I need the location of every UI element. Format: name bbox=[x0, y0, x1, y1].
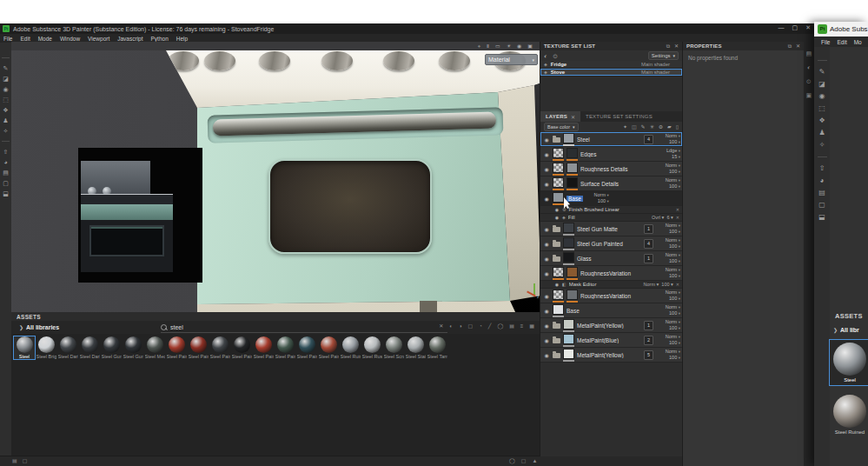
paint-brush-tool-icon[interactable]: ✎ bbox=[3, 65, 9, 71]
menu-item-file[interactable]: File bbox=[821, 39, 830, 45]
filter-filters-icon[interactable]: ◔ bbox=[479, 323, 482, 329]
blend-mode-dropdown[interactable]: Norm ▾ bbox=[657, 252, 680, 258]
camera-settings-dock-icon[interactable]: ⊙ bbox=[806, 78, 812, 84]
axis-gizmo[interactable]: z bbox=[526, 282, 540, 303]
visibility-eye-icon[interactable]: ◉ bbox=[543, 256, 550, 262]
layer-row[interactable]: ◉MetalPaint(Yellow)1Norm ▾100 ▾ bbox=[540, 318, 682, 333]
settings-dropdown[interactable]: Settings ▾ bbox=[648, 51, 679, 60]
layer-thumbnail[interactable] bbox=[553, 267, 564, 280]
visibility-eye-icon[interactable]: ◉ bbox=[554, 215, 560, 220]
blend-opacity-controls[interactable]: Norm ▾100 ▾ bbox=[657, 223, 680, 235]
document-icon[interactable]: ▢ bbox=[818, 202, 825, 209]
clear-search-icon[interactable]: ✕ bbox=[439, 323, 443, 329]
menu-item-help[interactable]: Help bbox=[176, 36, 188, 42]
tab-close-icon[interactable]: ✕ bbox=[571, 114, 575, 120]
layer-thumbnail[interactable] bbox=[563, 223, 574, 236]
menu-item-javascript[interactable]: Javascript bbox=[117, 36, 142, 42]
delete-layer-icon[interactable]: ▯ bbox=[676, 124, 679, 130]
visibility-eye-icon[interactable]: ◉ bbox=[543, 166, 550, 172]
blend-opacity-controls[interactable]: Norm ▾100 ▾ bbox=[657, 290, 680, 302]
material-swatch[interactable]: Steel Paint... bbox=[318, 336, 339, 359]
asset-card[interactable]: Steel bbox=[830, 340, 868, 385]
viewport-canvas[interactable]: Material ▾ z bbox=[11, 50, 540, 312]
add-paint-layer-icon[interactable]: ✎ bbox=[641, 124, 646, 130]
resources-updates-icon[interactable]: ▢ bbox=[23, 458, 28, 463]
opacity-dropdown[interactable]: 100 ▾ bbox=[657, 355, 680, 361]
project-log-icon[interactable]: ▤ bbox=[12, 458, 17, 463]
blend-mode-dropdown[interactable]: Norm ▾ bbox=[657, 237, 680, 243]
material-swatch[interactable]: Steel Rust... bbox=[361, 336, 382, 359]
camera-video-icon[interactable]: ◉ bbox=[517, 43, 521, 49]
tsl-filter-icon[interactable]: ⊙ bbox=[553, 53, 558, 59]
blend-mode-dropdown[interactable]: Norm ▾ bbox=[586, 192, 609, 198]
layer-thumbnail[interactable] bbox=[563, 237, 574, 250]
visibility-eye-icon[interactable]: ◉ bbox=[543, 151, 550, 157]
blend-mode-dropdown[interactable]: Norm ▾ bbox=[657, 177, 680, 183]
blend-opacity-controls[interactable]: Norm ▾100 ▾ bbox=[657, 304, 680, 316]
visibility-eye-icon[interactable]: ◉ bbox=[543, 293, 550, 299]
blend-mode-dropdown[interactable]: Norm ▾ bbox=[657, 334, 680, 340]
panel-close-icon[interactable]: ✕ bbox=[796, 43, 800, 49]
material-swatch[interactable]: Steel Paint... bbox=[253, 336, 274, 359]
blend-mode-dropdown[interactable]: Norm ▾ bbox=[657, 163, 680, 169]
menu-item-edit[interactable]: Edit bbox=[20, 36, 30, 42]
search-input[interactable] bbox=[170, 324, 414, 330]
export-icon[interactable]: ⇧ bbox=[3, 149, 9, 155]
camera-photo-icon[interactable]: ▣ bbox=[527, 43, 533, 49]
material-picker-tool-icon[interactable]: ✧ bbox=[819, 142, 825, 149]
close-button[interactable]: ✕ bbox=[805, 24, 811, 30]
effect-close-icon[interactable]: ✕ bbox=[676, 207, 679, 212]
blend-mode-dropdown[interactable]: Norm ▾ bbox=[657, 319, 680, 325]
library-dropdown[interactable]: ❯ All libraries bbox=[19, 324, 59, 330]
opacity-dropdown[interactable]: 100 ▾ bbox=[657, 243, 680, 250]
opacity-dropdown[interactable]: 100 ▾ bbox=[657, 296, 680, 302]
layer-effect-row[interactable]: ◉◈FillOvrl ▾ 6 ▾✕ bbox=[540, 214, 682, 222]
material-swatch[interactable]: Steel Painted bbox=[166, 336, 187, 359]
materials-icon[interactable]: ◕ bbox=[820, 177, 825, 184]
layer-thumbnail[interactable] bbox=[553, 290, 564, 303]
effect-blend-opacity[interactable]: Ovrl ▾ 6 ▾ bbox=[652, 215, 673, 220]
projection-tool-icon[interactable]: ◉ bbox=[819, 93, 825, 100]
opacity-dropdown[interactable]: 100 ▾ bbox=[657, 310, 680, 316]
layer-row[interactable]: ◉Steel4Norm ▾100 ▾ bbox=[540, 132, 682, 147]
material-swatch[interactable]: Steel Stained bbox=[405, 336, 426, 359]
add-smart-material-icon[interactable]: ✳ bbox=[650, 124, 654, 130]
filter-materials-icon[interactable]: ◐ bbox=[449, 323, 453, 329]
pause-icon[interactable]: Ⅱ bbox=[487, 43, 489, 49]
smudge-tool-icon[interactable]: ❖ bbox=[818, 117, 825, 124]
opacity-dropdown[interactable]: 100 ▾ bbox=[586, 198, 609, 204]
material-swatch[interactable]: Steel Gun... bbox=[101, 336, 122, 359]
visibility-eye-icon[interactable]: ◉ bbox=[543, 337, 550, 343]
layer-thumbnail[interactable] bbox=[567, 177, 578, 190]
grid-view-icon[interactable]: ▦ bbox=[529, 323, 534, 329]
panel-close-icon[interactable]: ✕ bbox=[674, 43, 679, 49]
opacity-dropdown[interactable]: 100 ▾ bbox=[657, 325, 680, 331]
polygon-fill-tool-icon[interactable]: ⬚ bbox=[3, 97, 9, 103]
blend-mode-dropdown[interactable]: Norm ▾ bbox=[657, 267, 680, 273]
material-swatch[interactable]: Steel Ruined bbox=[340, 336, 361, 359]
layer-row[interactable]: ◉RoughnessVariationNorm ▾100 ▾ bbox=[540, 266, 682, 281]
blend-opacity-controls[interactable]: Norm ▾100 ▾ bbox=[586, 192, 609, 204]
panel-float-icon[interactable]: ⧉ bbox=[788, 43, 792, 49]
layer-row[interactable]: ◉Surface DetailsNorm ▾100 ▾ bbox=[540, 176, 682, 191]
eraser-tool-icon[interactable]: ◪ bbox=[3, 76, 9, 82]
filter-brushes-icon[interactable]: ╱ bbox=[488, 323, 492, 329]
add-generator-icon[interactable]: ⚙ bbox=[659, 124, 663, 130]
material-swatch[interactable]: Steel Gun... bbox=[123, 336, 143, 359]
layer-row[interactable]: ◉MetalPaint(Blue)2Norm ▾100 ▾ bbox=[540, 333, 682, 348]
add-mask-icon[interactable]: ✦ bbox=[623, 124, 627, 130]
material-swatch[interactable]: Steel Scrat... bbox=[383, 336, 404, 359]
opacity-dropdown[interactable]: 100 ▾ bbox=[657, 183, 680, 190]
blend-mode-dropdown[interactable]: Norm ▾ bbox=[657, 349, 680, 355]
library-dropdown[interactable]: ❯ All libr bbox=[830, 320, 868, 333]
perspective-icon[interactable]: ⌖ bbox=[478, 43, 480, 49]
visibility-eye-icon[interactable]: ◉ bbox=[543, 196, 550, 202]
viewport-shading-dropdown[interactable]: Material ▾ bbox=[485, 54, 538, 65]
material-swatch[interactable]: Steel Brigh... bbox=[36, 336, 56, 359]
material-swatch[interactable]: Steel bbox=[14, 336, 35, 359]
layer-row[interactable]: ◉RoughnessVariationNorm ▾100 ▾ bbox=[540, 289, 682, 303]
shader-settings-dock-icon[interactable]: ◐ bbox=[807, 64, 811, 70]
paint-brush-tool-icon[interactable]: ✎ bbox=[819, 69, 825, 76]
export-icon[interactable]: ⇧ bbox=[819, 165, 825, 172]
layer-thumbnail[interactable] bbox=[563, 319, 574, 332]
